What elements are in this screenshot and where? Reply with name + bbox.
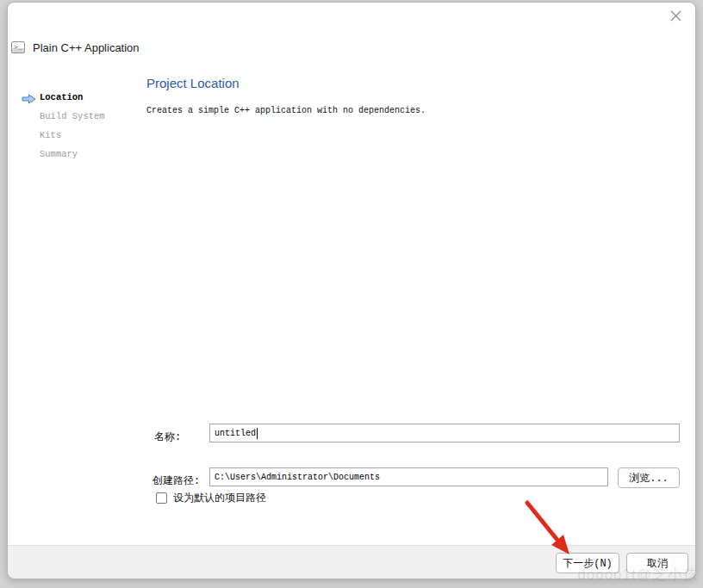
wizard-steps: Location Build System Kits Summary [22,88,151,164]
template-description: Creates a simple C++ application with no… [146,106,426,115]
close-icon [670,10,681,22]
project-name-value: untitled [215,429,256,438]
close-button[interactable] [666,7,685,24]
wizard-step-summary: Summary [22,145,151,164]
wizard-step-build-system: Build System [22,107,151,126]
current-step-arrow-icon [22,92,40,102]
step-label: Kits [40,130,61,140]
step-label: Summary [40,149,78,159]
next-button[interactable]: 下一步(N) [556,553,619,573]
project-path-input[interactable]: C:\Users\Administrator\Documents [209,467,608,486]
wizard-dialog: >_ Plain C++ Application Location Build … [7,2,696,579]
page-title: Project Location [146,76,240,90]
project-name-input[interactable]: untitled [209,424,680,443]
dialog-title: Plain C++ Application [33,41,140,54]
terminal-app-icon: >_ [11,41,25,53]
dialog-header: >_ Plain C++ Application [11,40,140,54]
browse-button[interactable]: 浏览... [618,467,680,488]
wizard-step-kits: Kits [22,126,151,145]
path-field-label: 创建路径: [152,473,200,488]
step-label: Location [40,92,83,102]
cancel-button[interactable]: 取消 [626,553,688,573]
default-path-checkbox[interactable] [156,492,167,504]
wizard-step-location: Location [22,88,151,107]
name-field-label: 名称: [154,430,181,444]
project-path-value: C:\Users\Administrator\Documents [215,473,380,482]
default-path-checkbox-label: 设为默认的项目路径 [173,491,266,505]
default-path-checkbox-row[interactable]: 设为默认的项目路径 [156,491,266,505]
step-label: Build System [40,111,105,121]
text-cursor [257,428,258,439]
